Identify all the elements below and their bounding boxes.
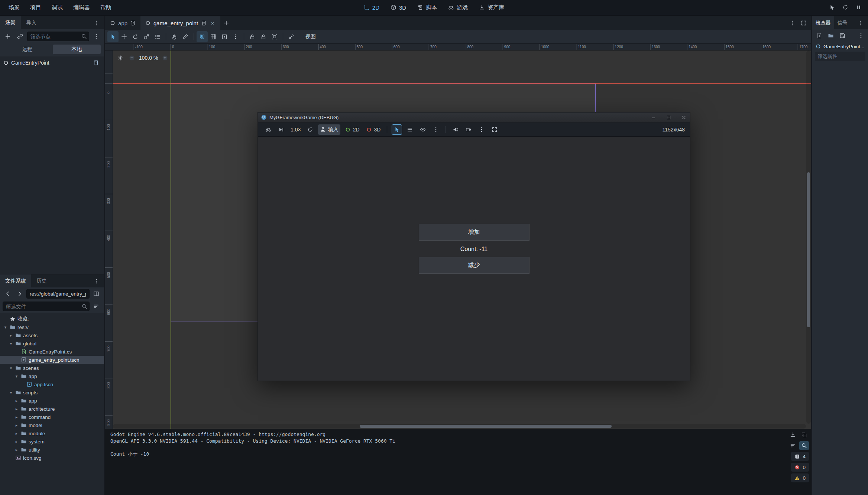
game-select-tool-button[interactable] xyxy=(392,124,402,135)
vscroll-thumb[interactable] xyxy=(807,172,810,327)
workspace-1[interactable]: 3D xyxy=(386,3,411,13)
fs-forward-button[interactable] xyxy=(14,289,25,299)
window-maximize-button[interactable] xyxy=(662,113,675,122)
local-toggle-button[interactable]: 本地 xyxy=(53,45,101,54)
fs-tree-row[interactable]: ▾res:// xyxy=(0,323,104,331)
fs-tree-row[interactable]: icon.svg xyxy=(0,454,104,462)
scene-tab-app[interactable]: app xyxy=(105,16,140,30)
log-search-button[interactable] xyxy=(799,441,809,450)
expand-arrow-icon[interactable]: ▸ xyxy=(14,431,19,436)
scene-tree-root-node[interactable]: GameEntryPoint xyxy=(0,58,104,68)
filesystem-tab-1[interactable]: 历史 xyxy=(31,274,52,287)
resource-menu-button[interactable] xyxy=(856,30,866,41)
snap-options-button[interactable] xyxy=(219,31,230,42)
log-filter-button[interactable] xyxy=(788,441,798,450)
fs-sort-button[interactable] xyxy=(91,301,101,312)
pick-3d-button[interactable]: 3D xyxy=(364,124,383,135)
warnings-count-badge[interactable]: 0 xyxy=(791,473,809,482)
inspector-tab-1[interactable]: 信号 xyxy=(834,16,851,29)
scale-tool-button[interactable] xyxy=(141,31,152,42)
expand-arrow-icon[interactable]: ▾ xyxy=(9,366,13,371)
increase-button[interactable]: 增加 xyxy=(419,224,529,241)
filter-files-input[interactable] xyxy=(3,302,90,311)
next-frame-button[interactable] xyxy=(276,124,286,135)
zoom-level-label[interactable]: 100.0 % xyxy=(139,55,158,61)
expand-arrow-icon[interactable]: ▸ xyxy=(14,398,19,403)
expand-arrow-icon[interactable]: ▾ xyxy=(9,390,13,395)
pick-2d-button[interactable]: 2D xyxy=(343,124,362,135)
game-window-titlebar[interactable]: MyGFrameworkGame (DEBUG) xyxy=(258,113,690,123)
workspace-2[interactable]: 脚本 xyxy=(412,2,442,13)
fs-tree-row[interactable]: ▸system xyxy=(0,437,104,446)
move-tool-button[interactable] xyxy=(119,31,130,42)
expand-arrow-icon[interactable]: ▸ xyxy=(9,333,13,338)
embed-fullscreen-button[interactable] xyxy=(489,124,500,135)
suspend-button[interactable] xyxy=(263,124,273,135)
rotate-tool-button[interactable] xyxy=(130,31,141,42)
fs-tree-row[interactable]: ▾app xyxy=(0,372,104,380)
hscroll-thumb[interactable] xyxy=(360,425,612,428)
workspace-4[interactable]: 资产库 xyxy=(474,2,509,13)
fs-tree-row[interactable]: ▾global xyxy=(0,339,104,348)
node-list-button[interactable] xyxy=(405,124,415,135)
decrease-button[interactable]: 减少 xyxy=(419,257,529,274)
expand-arrow-icon[interactable]: ▾ xyxy=(9,341,13,346)
expand-arrow-icon[interactable]: ▾ xyxy=(14,374,19,379)
save-log-button[interactable] xyxy=(788,430,798,439)
window-minimize-button[interactable] xyxy=(647,113,660,122)
fs-tree-row[interactable]: ▸model xyxy=(0,421,104,429)
grid-snap-button[interactable] xyxy=(208,31,219,42)
fs-tree-row[interactable]: ▾scenes xyxy=(0,364,104,372)
errors-count-badge[interactable]: 0 xyxy=(791,463,809,472)
visibility-button[interactable] xyxy=(418,124,428,135)
snap-menu-button[interactable] xyxy=(230,31,241,42)
workspace-0[interactable]: 2D xyxy=(359,3,384,13)
zoom-out-button[interactable] xyxy=(127,53,136,62)
pan-tool-button[interactable] xyxy=(169,31,180,42)
fs-path-field[interactable] xyxy=(26,289,90,299)
close-tab-button[interactable]: × xyxy=(209,20,216,26)
pause-button[interactable] xyxy=(853,2,864,13)
input-mode-button[interactable]: 输入 xyxy=(318,124,340,135)
workspace-3[interactable]: 游戏 xyxy=(443,2,473,13)
load-resource-button[interactable] xyxy=(826,30,836,41)
selectable-nodes-list-button[interactable] xyxy=(152,31,163,42)
expand-arrow-icon[interactable]: ▸ xyxy=(14,423,19,428)
fs-tree-row[interactable]: app.tscn xyxy=(0,380,104,388)
menu-item-4[interactable]: 帮助 xyxy=(95,2,116,13)
expand-arrow-icon[interactable]: ▸ xyxy=(14,415,19,420)
fs-back-button[interactable] xyxy=(3,289,13,299)
open-script-button[interactable] xyxy=(91,58,101,68)
fs-tree-row[interactable]: ▸architecture xyxy=(0,405,104,413)
speed-multiplier-button[interactable]: 1.0× xyxy=(289,124,302,135)
menu-item-2[interactable]: 调试 xyxy=(47,2,68,13)
scene-dock-tab-1[interactable]: 导入 xyxy=(21,16,42,29)
smart-snap-button[interactable] xyxy=(197,31,208,42)
expand-arrow-icon[interactable]: ▾ xyxy=(3,325,8,330)
group-selected-button[interactable] xyxy=(269,31,280,42)
menu-item-0[interactable]: 场景 xyxy=(4,2,25,13)
canvas-viewport[interactable]: 100.0 % MyGFrameworkGame (DEBUG) 1.0× xyxy=(113,51,811,429)
filesystem-tab-0[interactable]: 文件系统 xyxy=(0,274,31,287)
messages-count-badge[interactable]: 4 xyxy=(791,452,809,461)
remote-toggle-button[interactable]: 远程 xyxy=(3,45,51,54)
menu-item-3[interactable]: 编辑器 xyxy=(68,2,95,13)
skeleton-options-button[interactable] xyxy=(286,31,297,42)
scene-dock-tab-0[interactable]: 场景 xyxy=(0,16,21,29)
canvas-hscrollbar[interactable] xyxy=(113,424,806,429)
scene-tabs-menu-button[interactable] xyxy=(787,18,798,28)
fs-tree-row[interactable]: ▾scripts xyxy=(0,388,104,397)
zoom-in-button[interactable] xyxy=(161,53,169,62)
scene-dock-menu-button[interactable] xyxy=(91,18,102,28)
save-resource-button[interactable] xyxy=(837,30,848,41)
copy-log-button[interactable] xyxy=(799,430,809,439)
add-node-button[interactable] xyxy=(3,31,13,42)
fs-tree-row[interactable]: ▸utility xyxy=(0,446,104,454)
scene-tab-game-entry-point[interactable]: game_entry_point × xyxy=(140,16,220,30)
canvas-vscrollbar[interactable] xyxy=(806,51,811,424)
fs-dock-menu-button[interactable] xyxy=(91,276,102,286)
fs-tree-row[interactable]: ▸app xyxy=(0,397,104,405)
scene-tree-menu-button[interactable] xyxy=(91,31,101,42)
filter-nodes-input[interactable] xyxy=(27,32,89,41)
lock-selected-button[interactable] xyxy=(247,31,258,42)
